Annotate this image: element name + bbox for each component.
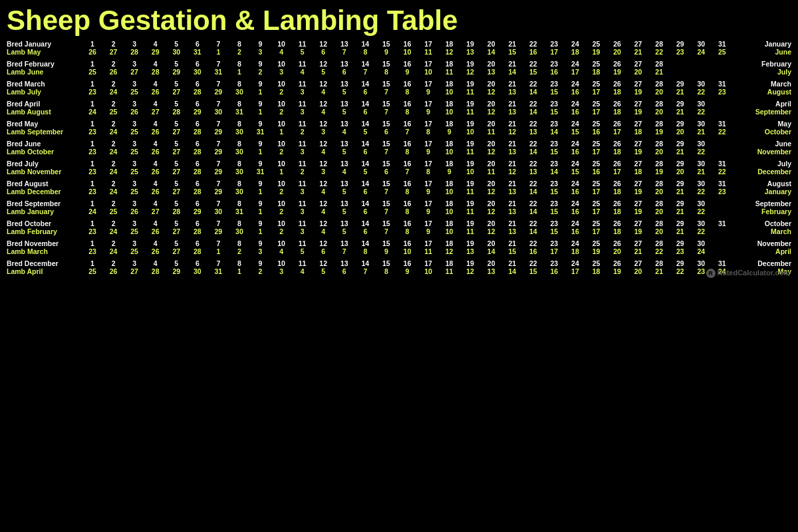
bred-num-11-7: 7: [209, 239, 227, 247]
bred-row-11: Bred November123456789101112131415161718…: [7, 239, 791, 247]
bred-num-1-24: 24: [566, 40, 585, 48]
lamb-num-7-16: 7: [398, 168, 416, 176]
bred-num-7-23: 23: [545, 160, 563, 168]
bred-num-11-20: 20: [482, 239, 501, 247]
lamb-num-12-7: 31: [209, 267, 227, 275]
lamb-num-11-17: 11: [419, 247, 438, 255]
row-group-9: Bred September12345678910111213141516171…: [7, 200, 791, 218]
bred-num-10-9: 9: [251, 219, 270, 227]
lamb-row-6: Lamb October2324252627282930123456789101…: [7, 148, 791, 156]
lamb-num-12-14: 7: [356, 267, 374, 275]
bred-num-8-3: 3: [125, 180, 144, 188]
right-bred-label-3: March: [732, 80, 791, 88]
lamb-num-10-12: 4: [314, 227, 332, 235]
bred-num-3-9: 9: [251, 80, 270, 88]
lamb-num-2-4: 28: [146, 68, 165, 76]
bred-num-9-11: 11: [293, 200, 312, 207]
lamb-num-1-20: 14: [482, 48, 501, 56]
bred-num-5-7: 7: [209, 120, 227, 128]
bred-num-3-31: 31: [713, 80, 732, 88]
bred-num-4-13: 13: [335, 100, 354, 108]
bred-num-2-25: 25: [587, 60, 606, 68]
lamb-num-6-28: 20: [650, 148, 668, 156]
bred-num-3-4: 4: [146, 80, 165, 88]
lamb-num-1-18: 12: [440, 48, 459, 56]
right-lamb-label-6: November: [732, 148, 791, 156]
lamb-num-8-12: 4: [314, 188, 332, 196]
bred-num-2-16: 16: [398, 60, 416, 68]
lamb-num-3-3: 25: [125, 88, 144, 96]
bred-num-3-29: 29: [671, 80, 690, 88]
lamb-num-1-13: 7: [335, 48, 354, 56]
bred-num-8-23: 23: [545, 180, 563, 188]
bred-num-10-2: 2: [104, 219, 123, 227]
lamb-num-4-20: 12: [482, 108, 501, 116]
lamb-num-3-8: 30: [230, 88, 249, 96]
bred-num-4-16: 16: [398, 100, 416, 108]
lamb-num-6-25: 17: [587, 148, 606, 156]
bred-num-6-13: 13: [335, 140, 354, 148]
lamb-label-8: Lamb December: [7, 188, 83, 196]
bred-num-1-8: 8: [230, 40, 249, 48]
bred-num-12-28: 28: [650, 259, 668, 267]
bred-num-11-25: 25: [587, 239, 606, 247]
lamb-num-10-6: 28: [188, 227, 207, 235]
lamb-num-8-8: 30: [230, 188, 249, 196]
bred-num-7-21: 21: [503, 160, 521, 168]
row-group-3: Bred March123456789101112131415161718192…: [7, 80, 791, 98]
lamb-num-1-2: 27: [104, 48, 123, 56]
bred-num-6-1: 1: [83, 140, 102, 148]
lamb-num-4-13: 5: [335, 108, 354, 116]
lamb-num-6-8: 30: [230, 148, 249, 156]
bred-num-12-26: 26: [608, 259, 626, 267]
bred-num-10-31: 31: [713, 219, 732, 227]
lamb-num-10-25: 17: [587, 227, 606, 235]
lamb-num-1-19: 13: [461, 48, 479, 56]
bred-num-5-21: 21: [503, 120, 521, 128]
lamb-num-12-19: 12: [461, 267, 479, 275]
bred-num-10-27: 27: [629, 219, 648, 227]
lamb-num-4-22: 14: [524, 108, 543, 116]
gestation-table: Bred January1234567891011121314151617181…: [7, 40, 791, 275]
lamb-num-1-12: 6: [314, 48, 332, 56]
bred-num-8-15: 15: [377, 180, 396, 188]
bred-num-12-4: 4: [146, 259, 165, 267]
lamb-num-1-14: 8: [356, 48, 374, 56]
bred-num-12-21: 21: [503, 259, 521, 267]
bred-num-2-28: 28: [650, 60, 668, 68]
bred-num-5-23: 23: [545, 120, 563, 128]
bred-num-7-2: 2: [104, 160, 123, 168]
bred-num-3-15: 15: [377, 80, 396, 88]
lamb-num-8-26: 18: [608, 188, 626, 196]
bred-num-11-21: 21: [503, 239, 521, 247]
bred-num-4-8: 8: [230, 100, 249, 108]
bred-num-11-11: 11: [293, 239, 312, 247]
lamb-num-8-10: 2: [272, 188, 291, 196]
right-bred-label-9: September: [732, 200, 791, 207]
bred-num-4-27: 27: [629, 100, 648, 108]
bred-num-12-20: 20: [482, 259, 501, 267]
lamb-num-11-12: 6: [314, 247, 332, 255]
lamb-num-7-27: 18: [629, 168, 648, 176]
right-lamb-label-1: June: [732, 48, 791, 56]
bred-num-5-9: 9: [251, 120, 270, 128]
lamb-num-1-26: 20: [608, 48, 626, 56]
lamb-num-9-17: 9: [419, 207, 438, 215]
lamb-num-2-3: 27: [125, 68, 144, 76]
lamb-num-4-17: 9: [419, 108, 438, 116]
bred-num-5-22: 22: [524, 120, 543, 128]
bred-num-4-29: 29: [671, 100, 690, 108]
lamb-num-7-30: 21: [692, 168, 710, 176]
bred-num-4-5: 5: [167, 100, 186, 108]
lamb-num-5-17: 8: [419, 128, 438, 136]
lamb-num-7-23: 14: [545, 168, 563, 176]
lamb-num-1-31: 25: [713, 48, 732, 56]
lamb-num-2-31: [713, 68, 732, 76]
lamb-num-7-2: 24: [104, 168, 123, 176]
right-lamb-label-7: December: [732, 168, 791, 176]
bred-num-9-16: 16: [398, 200, 416, 207]
bred-num-11-19: 19: [461, 239, 479, 247]
lamb-num-5-19: 10: [461, 128, 479, 136]
bred-num-2-20: 20: [482, 60, 501, 68]
lamb-num-2-26: 19: [608, 68, 626, 76]
